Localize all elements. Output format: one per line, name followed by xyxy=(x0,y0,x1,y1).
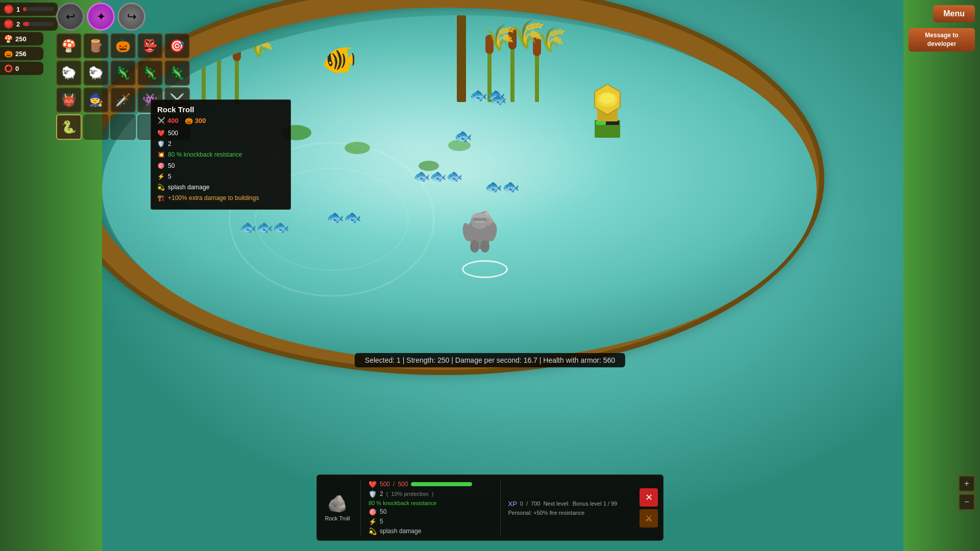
range-stat-row: 🎯 50 xyxy=(369,508,493,516)
lives-value-2: 2 xyxy=(16,20,20,28)
unit-cell-9[interactable]: 🦎 xyxy=(137,60,163,86)
unit-icon-6: 🐑 xyxy=(61,66,77,80)
stat-pumpkin: 🎃 300 xyxy=(185,117,206,124)
tower[interactable] xyxy=(584,84,630,142)
rock-troll-tooltip: Rock Troll ⚔️ 400 🎃 300 ❤️ 500 🛡️ 2 💥 80… xyxy=(151,99,291,210)
unit-cell-13[interactable]: 🗡️ xyxy=(110,87,136,113)
sword-icon: ⚔️ xyxy=(157,117,165,124)
menu-button[interactable]: Menu xyxy=(933,5,975,22)
gold-value: 250 xyxy=(15,35,27,43)
xp-icon: XP xyxy=(508,500,517,508)
special-stat-val: splash damage xyxy=(380,528,421,535)
mana-icon: ⭕ xyxy=(4,64,13,72)
unit-portrait: 🪨 Rock Troll xyxy=(322,480,353,535)
svg-rect-29 xyxy=(473,218,487,221)
zoom-out-button[interactable]: − xyxy=(959,494,975,510)
unit-action-buttons: ✕ ⚔ xyxy=(640,480,658,535)
gold-bar: 🍄 250 xyxy=(0,32,43,45)
close-unit-button[interactable]: ✕ xyxy=(640,488,658,507)
hp-stat-row: ❤️ 500 / 500 xyxy=(369,481,493,488)
lives-bar-1: ❤️ 1 xyxy=(0,3,58,16)
speed-row: ⚡ 5 xyxy=(157,172,284,182)
shield-icon: 🛡️ xyxy=(157,139,165,149)
armor-pct: ( xyxy=(386,491,388,497)
knockback-icon: 💥 xyxy=(157,150,165,160)
speed-stat-val: 5 xyxy=(380,518,383,525)
lives-progress-2 xyxy=(23,22,54,26)
unit-cell-18[interactable] xyxy=(110,114,136,140)
big-yellow-fish: 🐠 xyxy=(322,43,357,77)
unit-icon-3: 🎃 xyxy=(115,39,131,53)
fish-group-7: 🐟🐟 xyxy=(327,209,361,226)
bottom-status-bar: Selected: 1 | Strength: 250 | Damage per… xyxy=(355,353,625,367)
special2-detail: +100% extra damage to buildings xyxy=(168,193,259,203)
armor-pct-close: ) xyxy=(432,491,434,497)
lives-progress-1 xyxy=(23,7,54,11)
fish-group-5: 🐟🐟 xyxy=(485,179,520,195)
unit-cell-7[interactable]: 🐑 xyxy=(83,60,109,86)
hp-icon: ❤️ xyxy=(369,481,377,488)
message-developer-button[interactable]: Message to developer xyxy=(909,28,975,52)
special-button[interactable]: ✦ xyxy=(87,3,115,31)
unit-cell-3[interactable]: 🎃 xyxy=(110,33,136,59)
unit-cell-11[interactable]: 👹 xyxy=(56,87,82,113)
lives-progress-fill-1 xyxy=(23,7,26,11)
speed-icon: ⚡ xyxy=(157,172,165,182)
fish-group-6: 🐟🐟🐟 xyxy=(240,219,289,235)
zoom-in-button[interactable]: + xyxy=(959,475,975,492)
hp-separator: / xyxy=(393,481,395,488)
mushroom-icon: 🍄 xyxy=(4,35,13,43)
svg-point-32 xyxy=(470,240,479,253)
hp-fill xyxy=(411,482,472,486)
heart-detail-icon: ❤️ xyxy=(157,129,165,138)
health-row: ❤️ 500 xyxy=(157,129,284,138)
right-mini-buttons: + − xyxy=(959,475,975,510)
gems-bar: 🎃 256 xyxy=(0,47,43,60)
unit-cell-4[interactable]: 👺 xyxy=(137,33,163,59)
fish-group-2: 🐟 xyxy=(490,92,506,108)
action-buttons: ↩ ✦ ↪ xyxy=(56,3,145,31)
cliff-right xyxy=(903,0,980,551)
unit-cell-17[interactable] xyxy=(83,114,109,140)
special-stat-icon: 💫 xyxy=(369,528,377,535)
reed-3: 🌾 xyxy=(245,31,276,59)
lives-bar-2: ❤️ 2 xyxy=(0,17,58,31)
unit-cell-12[interactable]: 🧙 xyxy=(83,87,109,113)
unit-cell-16[interactable]: 🐍 xyxy=(56,114,82,140)
unit-cell-2[interactable]: 🪵 xyxy=(83,33,109,59)
unit-cell-8[interactable]: 🦎 xyxy=(110,60,136,86)
unit-portrait-label: Rock Troll xyxy=(325,515,350,521)
unit-portrait-icon: 🪨 xyxy=(327,494,348,513)
knockback-row: 💥 80 % knockback resistance xyxy=(157,150,284,160)
xp-current: 0 xyxy=(520,500,523,507)
pumpkin-stat-icon: 🎃 xyxy=(185,117,193,124)
knockback-detail: 80 % knockback resistance xyxy=(168,150,242,160)
unit-icon-4: 👺 xyxy=(142,39,158,53)
back-button[interactable]: ↩ xyxy=(56,3,84,31)
unit-icon-9: 🦎 xyxy=(142,66,158,80)
mana-value: 0 xyxy=(15,65,19,72)
unit-cell-5[interactable]: 🎯 xyxy=(164,33,190,59)
unit-icon-2: 🪵 xyxy=(88,39,104,53)
unit-stats: ❤️ 500 / 500 🛡️ 2 ( 10% protection ) 80 … xyxy=(369,480,493,535)
unit-icon-1: 🍄 xyxy=(61,39,77,53)
unit-cell-1[interactable]: 🍄 xyxy=(56,33,82,59)
armor-val: 2 xyxy=(380,490,383,497)
forward-button[interactable]: ↪ xyxy=(117,3,145,31)
gems-value: 256 xyxy=(15,50,27,58)
xp-separator: / xyxy=(526,500,528,507)
svg-point-25 xyxy=(600,93,615,104)
unit-icon-16: 🐍 xyxy=(61,120,77,134)
unit-cell-10[interactable]: 🦎 xyxy=(164,60,190,86)
unit-ability-button[interactable]: ⚔ xyxy=(640,509,658,528)
xp-section: XP 0 / 700 Next level: Bonus level 1 / 9… xyxy=(508,480,632,535)
status-text: Selected: 1 | Strength: 250 | Damage per… xyxy=(365,356,615,364)
xp-max: 700 xyxy=(531,500,540,507)
armor-row: 🛡️ 2 xyxy=(157,139,284,149)
svg-point-33 xyxy=(480,240,489,253)
unit-icon-7: 🐑 xyxy=(88,66,104,80)
unit-cell-6[interactable]: 🐑 xyxy=(56,60,82,86)
range-stat-val: 50 xyxy=(380,508,386,515)
tooltip-details: ❤️ 500 🛡️ 2 💥 80 % knockback resistance … xyxy=(157,129,284,203)
special2-icon: 🏗️ xyxy=(157,193,165,203)
